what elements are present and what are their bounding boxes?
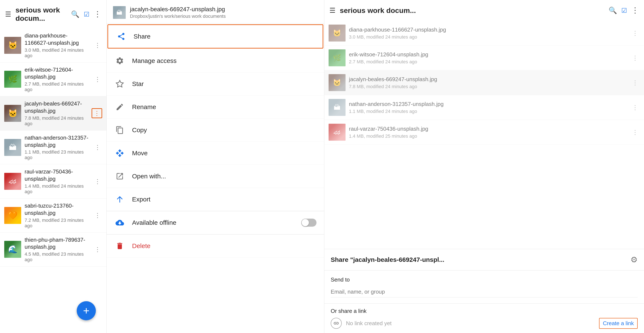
open-with-icon [114, 171, 125, 182]
share-email-input[interactable] [331, 286, 638, 298]
context-menu-header: 🏔 jacalyn-beales-669247-unsplash.jpg Dro… [107, 0, 324, 23]
file-item[interactable]: 🏔 nathan-anderson-312357-unsplash.jpg 1.… [0, 130, 106, 165]
fab-plus-icon: + [83, 305, 90, 316]
svg-marker-0 [116, 80, 123, 87]
trash-icon [114, 240, 125, 252]
context-menu-list: Share Manage access Star Rename [107, 23, 324, 333]
file-name: raul-varzar-750436-unsplash.jpg [349, 125, 627, 133]
file-info: jacalyn-beales-669247-unsplash.jpg 7.8 M… [349, 76, 627, 89]
context-filename: jacalyn-beales-669247-unsplash.jpg [130, 6, 226, 13]
file-meta: 1.1 MB, modified 24 minutes ago [349, 109, 627, 114]
panel3-header: ☰ serious work docum... 🔍 ☑ ⋮ [324, 0, 644, 21]
file-item-p3: 🏔 nathan-anderson-312357-unsplash.jpg 1.… [324, 95, 644, 120]
offline-toggle[interactable] [301, 219, 316, 227]
move-label: Move [132, 150, 316, 157]
file-meta: 7.2 MB, modified 23 minutes ago [24, 218, 90, 229]
file-meta: 7.8 MB, modified 24 minutes ago [349, 84, 627, 89]
fab-add-button[interactable]: + [77, 301, 96, 320]
panel-share: ☰ serious work docum... 🔍 ☑ ⋮ 🐱 diana-pa… [324, 0, 644, 333]
star-label: Star [132, 80, 316, 87]
file-thumbnail: 🐱 [328, 74, 346, 91]
menu-icon-p3[interactable]: ☰ [330, 6, 336, 14]
file-more-button[interactable]: ⋮ [93, 176, 102, 187]
menu-item-available-offline[interactable]: Available offline [107, 211, 324, 234]
file-more-button[interactable]: ⋮ [93, 244, 102, 255]
file-meta: 2.7 MB, modified 24 minutes ago [24, 81, 90, 92]
file-item-p3-selected: 🐱 jacalyn-beales-669247-unsplash.jpg 7.8… [324, 70, 644, 95]
file-meta: 3.0 MB, modified 24 minutes ago [349, 34, 627, 40]
file-more-button: ⋮ [630, 53, 640, 63]
file-more-button[interactable]: ⋮ [93, 40, 102, 50]
file-name: sabri-tuzcu-213760-unsplash.jpg [24, 202, 90, 217]
file-info: jacalyn-beales-669247-unsplash.jpg 7.8 M… [24, 100, 88, 126]
file-thumbnail: 🏔 [328, 99, 346, 116]
available-offline-label: Available offline [132, 219, 294, 226]
file-thumbnail: 🏎 [328, 124, 346, 141]
file-more-button-highlighted[interactable]: ⋮ [92, 108, 102, 118]
file-item-p3: 🌿 erik-witsoe-712604-unsplash.jpg 2.7 MB… [324, 45, 644, 70]
share-dialog-title: Share "jacalyn-beales-669247-unspl... [331, 256, 630, 263]
file-name: erik-witsoe-712604-unsplash.jpg [349, 51, 627, 58]
file-info: raul-varzar-750436-unsplash.jpg 1.4 MB, … [24, 168, 90, 194]
more-vert-icon[interactable]: ⋮ [94, 10, 101, 19]
panel1-header: ☰ serious work docum... 🔍 ☑ ⋮ [0, 0, 106, 28]
file-item[interactable]: 🧡 sabri-tuzcu-213760-unsplash.jpg 7.2 MB… [0, 199, 106, 233]
menu-item-copy[interactable]: Copy [107, 119, 324, 142]
menu-item-delete[interactable]: Delete [107, 235, 324, 258]
file-item[interactable]: 🌿 erik-witsoe-712604-unsplash.jpg 2.7 MB… [0, 62, 106, 97]
file-item[interactable]: 🏎 raul-varzar-750436-unsplash.jpg 1.4 MB… [0, 164, 106, 199]
file-item-selected[interactable]: 🐱 jacalyn-beales-669247-unsplash.jpg 7.8… [0, 96, 106, 130]
file-meta: 1.1 MB, modified 23 minutes ago [24, 149, 90, 160]
menu-item-open-with[interactable]: Open with... [107, 165, 324, 188]
file-more-button[interactable]: ⋮ [93, 210, 102, 221]
menu-item-rename[interactable]: Rename [107, 95, 324, 119]
file-more-button[interactable]: ⋮ [93, 142, 102, 153]
search-icon-p3[interactable]: 🔍 [608, 6, 617, 14]
file-more-button: ⋮ [630, 102, 640, 113]
rename-label: Rename [132, 103, 316, 111]
file-list-panel1: 🐱 diana-parkhouse-1166627-unsplash.jpg 3… [0, 28, 106, 333]
create-link-button[interactable]: Create a link [599, 318, 638, 329]
file-item-p3: 🏎 raul-varzar-750436-unsplash.jpg 1.4 MB… [324, 120, 644, 145]
file-item-p3: 🐱 diana-parkhouse-1166627-unsplash.jpg 3… [324, 21, 644, 45]
file-thumbnail: 🌿 [328, 49, 346, 66]
file-meta: 2.7 MB, modified 24 minutes ago [349, 59, 627, 65]
send-to-label: Send to [331, 277, 638, 283]
share-label: Share [134, 33, 315, 40]
file-info: erik-witsoe-712604-unsplash.jpg 2.7 MB, … [24, 66, 90, 93]
search-icon[interactable]: 🔍 [71, 10, 80, 18]
file-item[interactable]: 🌊 thien-phu-pham-789637-unsplash.jpg 4.5… [0, 233, 106, 267]
menu-item-manage-access[interactable]: Manage access [107, 49, 324, 72]
file-thumbnail: 🏎 [4, 173, 21, 190]
file-meta: 7.8 MB, modified 24 minutes ago [24, 115, 88, 126]
menu-item-export[interactable]: Export [107, 188, 324, 211]
file-item[interactable]: 🐱 diana-parkhouse-1166627-unsplash.jpg 3… [0, 28, 106, 62]
share-dialog-header: Share "jacalyn-beales-669247-unspl... ⚙ [324, 249, 644, 271]
file-meta: 1.4 MB, modified 25 minutes ago [349, 133, 627, 139]
link-icon [331, 318, 342, 329]
menu-item-share[interactable]: Share [108, 24, 323, 48]
checkbox-icon-p3[interactable]: ☑ [621, 7, 627, 14]
share-settings-icon[interactable]: ⚙ [630, 255, 638, 264]
menu-item-move[interactable]: Move [107, 142, 324, 165]
file-thumbnail: 🌿 [4, 71, 21, 88]
menu-item-star[interactable]: Star [107, 72, 324, 95]
share-link-section: Or share a link No link created yet Crea… [324, 303, 644, 333]
file-name: thien-phu-pham-789637-unsplash.jpg [24, 236, 90, 251]
file-name: raul-varzar-750436-unsplash.jpg [24, 168, 90, 183]
file-info: diana-parkhouse-1166627-unsplash.jpg 3.0… [24, 32, 90, 58]
gear-icon [114, 55, 125, 66]
share-icon [116, 31, 127, 42]
file-meta: 3.0 MB, modified 24 minutes ago [24, 47, 90, 58]
share-send-to-section: Send to [324, 271, 644, 303]
export-label: Export [132, 196, 316, 203]
more-vert-icon-p3[interactable]: ⋮ [631, 6, 639, 15]
file-name: jacalyn-beales-669247-unsplash.jpg [24, 100, 88, 115]
file-more-button[interactable]: ⋮ [93, 74, 102, 84]
export-icon [114, 194, 125, 205]
menu-icon[interactable]: ☰ [5, 10, 11, 18]
file-more-button: ⋮ [630, 77, 640, 88]
checkbox-icon[interactable]: ☑ [84, 10, 90, 18]
panel-context-menu: 🏔 jacalyn-beales-669247-unsplash.jpg Dro… [107, 0, 324, 333]
file-info: nathan-anderson-312357-unsplash.jpg 1.1 … [24, 134, 90, 161]
